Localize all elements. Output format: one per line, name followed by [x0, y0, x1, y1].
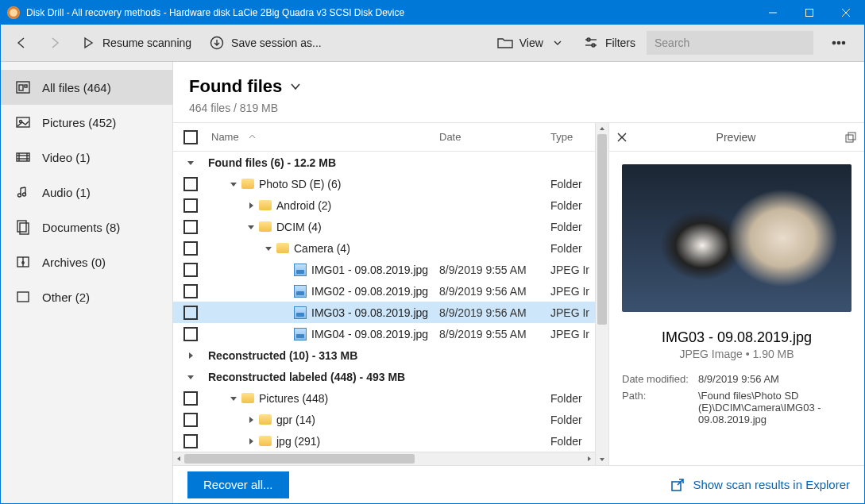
filters-button[interactable]: Filters	[577, 32, 642, 54]
row-checkbox[interactable]	[183, 263, 198, 277]
page-title-text: Found files	[189, 76, 282, 97]
row-type: Folder	[550, 414, 595, 426]
sidebar-item-label: Audio (1)	[42, 186, 91, 199]
expand-toggle[interactable]	[243, 437, 259, 445]
folder-row[interactable]: DCIM (4)Folder	[173, 216, 595, 237]
close-button[interactable]	[828, 1, 864, 25]
file-row[interactable]: IMG03 - 09.08.2019.jpg8/9/2019 9:56 AMJP…	[173, 302, 595, 323]
sidebar-item-label: All files (464)	[42, 81, 111, 94]
row-checkbox[interactable]	[183, 220, 198, 234]
minimize-button[interactable]	[755, 1, 791, 25]
show-in-explorer-link[interactable]: Show scan results in Explorer	[670, 478, 850, 492]
search-input[interactable]	[647, 31, 813, 55]
expand-toggle[interactable]	[243, 416, 259, 424]
folder-icon	[259, 200, 272, 210]
folder-row[interactable]: Camera (4)Folder	[173, 237, 595, 259]
sidebar-item-label: Documents (8)	[42, 221, 120, 234]
group-row[interactable]: Found files (6) - 12.2 MB	[173, 152, 595, 173]
maximize-button[interactable]	[791, 1, 828, 25]
folder-row[interactable]: gpr (14)Folder	[173, 409, 595, 430]
sidebar-item-all-files[interactable]: All files (464)	[1, 70, 172, 105]
row-checkbox[interactable]	[183, 284, 198, 298]
archives-icon	[15, 254, 31, 270]
meta-date-value: 8/9/2019 9:56 AM	[698, 373, 851, 385]
filters-label: Filters	[605, 37, 635, 49]
row-name: Reconstructed labeled (448) - 493 MB	[208, 371, 405, 383]
other-icon	[15, 289, 31, 305]
more-button[interactable]	[824, 32, 853, 54]
file-row[interactable]: IMG02 - 09.08.2019.jpg8/9/2019 9:56 AMJP…	[173, 280, 595, 302]
image-file-icon	[294, 328, 307, 340]
sidebar-item-video[interactable]: Video (1)	[1, 140, 172, 175]
sidebar-item-archives[interactable]: Archives (0)	[1, 244, 172, 279]
video-icon	[15, 149, 31, 165]
vertical-scrollbar[interactable]	[595, 123, 608, 465]
horizontal-scrollbar[interactable]	[173, 452, 595, 465]
row-checkbox[interactable]	[183, 198, 198, 213]
expand-toggle[interactable]	[261, 244, 276, 252]
save-session-button[interactable]: Save session as...	[203, 32, 328, 54]
vscroll-thumb[interactable]	[597, 134, 607, 325]
expand-toggle[interactable]	[183, 352, 199, 360]
row-name: Pictures (448)	[259, 392, 328, 405]
sidebar-item-pictures[interactable]: Pictures (452)	[1, 105, 172, 140]
folder-icon	[241, 179, 254, 189]
row-name: IMG02 - 09.08.2019.jpg	[311, 285, 428, 298]
row-date: 8/9/2019 9:55 AM	[439, 328, 550, 340]
row-checkbox[interactable]	[183, 413, 198, 427]
file-row[interactable]: IMG01 - 09.08.2019.jpg8/9/2019 9:55 AMJP…	[173, 259, 595, 280]
svg-rect-13	[19, 85, 23, 90]
app-icon	[7, 6, 20, 19]
sidebar-item-documents[interactable]: Documents (8)	[1, 210, 172, 244]
back-button[interactable]	[7, 32, 36, 54]
folder-row[interactable]: Android (2)Folder	[173, 194, 595, 216]
expand-toggle[interactable]	[183, 373, 199, 381]
row-checkbox[interactable]	[183, 177, 198, 191]
close-preview-button[interactable]	[617, 133, 627, 142]
column-name[interactable]: Name	[208, 131, 439, 143]
folder-row[interactable]: Pictures (448)Folder	[173, 387, 595, 409]
group-row[interactable]: Reconstructed labeled (448) - 493 MB	[173, 366, 595, 387]
row-type: Folder	[550, 178, 595, 190]
row-checkbox[interactable]	[183, 306, 198, 320]
page-title[interactable]: Found files	[189, 76, 848, 97]
svg-point-23	[23, 193, 26, 196]
svg-point-22	[18, 194, 21, 197]
all-files-icon	[15, 79, 31, 95]
meta-path-label: Path:	[622, 390, 698, 425]
file-row[interactable]: IMG04 - 09.08.2019.jpg8/9/2019 9:55 AMJP…	[173, 323, 595, 344]
image-file-icon	[294, 264, 307, 276]
window-title: Disk Drill - All recovery methods - Hard…	[26, 7, 404, 18]
row-checkbox[interactable]	[183, 241, 198, 256]
row-checkbox[interactable]	[183, 434, 198, 448]
folder-icon	[259, 414, 272, 425]
forward-button[interactable]	[41, 32, 69, 54]
popout-button[interactable]	[845, 132, 856, 143]
expand-toggle[interactable]	[226, 394, 241, 402]
arrow-right-icon	[47, 35, 63, 51]
toolbar: Resume scanning Save session as... View …	[1, 25, 864, 62]
recover-all-button[interactable]: Recover all...	[187, 471, 289, 498]
sidebar-item-label: Pictures (452)	[42, 116, 116, 129]
expand-toggle[interactable]	[243, 223, 259, 231]
column-date[interactable]: Date	[439, 131, 550, 143]
svg-rect-33	[848, 133, 855, 140]
row-checkbox[interactable]	[183, 391, 198, 406]
row-checkbox[interactable]	[183, 327, 198, 341]
select-all-checkbox[interactable]	[183, 130, 198, 144]
expand-toggle[interactable]	[243, 202, 259, 210]
resume-scanning-button[interactable]: Resume scanning	[74, 32, 198, 54]
column-type[interactable]: Type	[550, 131, 595, 143]
sidebar-item-audio[interactable]: Audio (1)	[1, 175, 172, 210]
hscroll-thumb[interactable]	[184, 454, 415, 464]
folder-row[interactable]: jpg (291)Folder	[173, 430, 595, 452]
arrow-left-icon	[14, 35, 29, 51]
folder-row[interactable]: Photo SD (E) (6)Folder	[173, 173, 595, 194]
row-date: 8/9/2019 9:55 AM	[439, 264, 550, 276]
image-file-icon	[294, 306, 307, 319]
expand-toggle[interactable]	[226, 180, 241, 188]
sidebar-item-other[interactable]: Other (2)	[1, 279, 172, 314]
view-button[interactable]: View	[491, 32, 572, 54]
expand-toggle[interactable]	[183, 159, 199, 167]
group-row[interactable]: Reconstructed (10) - 313 MB	[173, 344, 595, 366]
